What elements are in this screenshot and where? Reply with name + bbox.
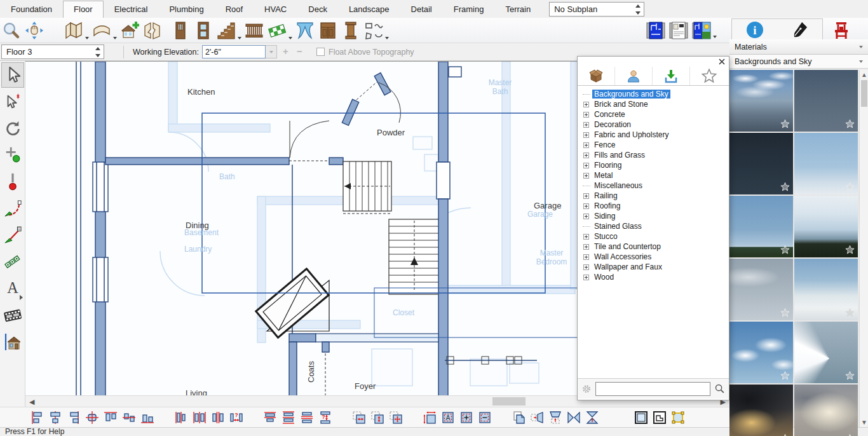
- edit-region-icon[interactable]: [652, 410, 667, 425]
- library-search-input[interactable]: [595, 382, 710, 396]
- make-same-width-icon[interactable]: [173, 410, 189, 425]
- tab-floor[interactable]: Floor: [63, 1, 104, 18]
- materials-panel-header[interactable]: Materials: [729, 39, 868, 55]
- tree-item[interactable]: Roofing: [581, 201, 729, 211]
- floor-selector[interactable]: Floor 3: [1, 44, 104, 59]
- library-people-tab-icon[interactable]: [615, 67, 653, 85]
- distribute-vertically-icon[interactable]: [281, 410, 296, 425]
- material-thumbnail[interactable]: [794, 322, 858, 383]
- tree-item-label[interactable]: Fence: [592, 140, 617, 149]
- draw-wall-angle-tool-icon[interactable]: [1, 222, 24, 248]
- pen-panel-icon[interactable]: [778, 19, 822, 41]
- tree-item-label[interactable]: Concrete: [592, 110, 627, 119]
- favorite-star-icon[interactable]: [844, 433, 855, 436]
- align-object-bottom-icon[interactable]: [140, 410, 155, 425]
- subplan-spinner[interactable]: [635, 4, 641, 15]
- tree-item-label[interactable]: Miscellaneous: [592, 181, 644, 190]
- expand-icon[interactable]: [583, 214, 589, 219]
- cabinet-icon[interactable]: [317, 20, 339, 41]
- favorite-star-icon[interactable]: [780, 245, 790, 255]
- float-above-topography-checkbox[interactable]: [316, 48, 325, 56]
- favorite-star-icon[interactable]: [844, 371, 855, 381]
- materials-scrollbar-thumb[interactable]: [861, 80, 867, 107]
- shapes-icon[interactable]: [363, 20, 384, 41]
- favorite-star-icon[interactable]: [844, 245, 855, 255]
- elevation-decrease-button[interactable]: −: [294, 46, 305, 57]
- tree-item[interactable]: Miscellaneous: [581, 181, 729, 191]
- enlarge-object-icon[interactable]: [459, 410, 474, 425]
- tab-framing[interactable]: Framing: [443, 1, 495, 18]
- build-house-icon[interactable]: [119, 20, 140, 41]
- library-title-bar[interactable]: [578, 57, 729, 67]
- tree-item-label[interactable]: Wall Accessories: [592, 252, 653, 261]
- tree-item-label[interactable]: Tile and Countertop: [592, 242, 663, 251]
- expand-icon[interactable]: [583, 193, 589, 199]
- window-icon[interactable]: [193, 20, 214, 41]
- materials-scrollbar[interactable]: ▲ ▼: [859, 70, 868, 427]
- tree-item-label[interactable]: Brick and Stone: [592, 100, 650, 109]
- expand-icon[interactable]: [583, 234, 589, 240]
- tree-item[interactable]: Siding: [581, 211, 729, 221]
- mirror-horizontally-icon[interactable]: [566, 410, 581, 425]
- tree-item[interactable]: Stained Glass: [581, 221, 729, 231]
- reflect-horizontally-icon[interactable]: [529, 410, 545, 425]
- expand-icon[interactable]: [583, 112, 589, 118]
- elevation-dropdown-button[interactable]: [266, 45, 277, 58]
- curved-wall-dropdown-icon[interactable]: [113, 37, 117, 39]
- expand-icon[interactable]: [583, 102, 589, 107]
- tree-item[interactable]: Fence: [581, 140, 729, 150]
- scrollbar-thumb[interactable]: [492, 397, 526, 405]
- library-box-tab-icon[interactable]: [578, 67, 615, 85]
- library-downloads-tab-icon[interactable]: [653, 67, 690, 85]
- tree-item[interactable]: Metal: [581, 170, 729, 181]
- search-icon[interactable]: [714, 383, 725, 394]
- pan-icon[interactable]: [24, 20, 45, 41]
- tree-item-label[interactable]: Decoration: [592, 120, 633, 129]
- text-tool-flyout-icon[interactable]: [20, 295, 23, 300]
- tree-item[interactable]: Tile and Countertop: [581, 242, 729, 252]
- favorite-star-icon[interactable]: [844, 182, 855, 193]
- expand-icon[interactable]: [583, 264, 589, 270]
- favorite-star-icon[interactable]: [844, 308, 855, 318]
- scene-view-icon[interactable]: [691, 20, 712, 41]
- subplan-selector[interactable]: No Subplan: [549, 2, 644, 17]
- column-icon[interactable]: [340, 20, 362, 41]
- layout-view-icon[interactable]: [668, 20, 689, 41]
- material-thumbnail[interactable]: [794, 70, 858, 132]
- tree-item-label[interactable]: Fabric and Upholstery: [592, 130, 670, 139]
- tree-item-label[interactable]: Backgrounds and Sky: [592, 90, 670, 99]
- distribute-space-horizontally-icon[interactable]: [210, 410, 226, 425]
- material-thumbnail[interactable]: [729, 196, 793, 257]
- material-thumbnail[interactable]: [729, 259, 793, 320]
- expand-icon[interactable]: [583, 203, 589, 209]
- tree-item[interactable]: Flooring: [581, 160, 729, 170]
- tree-item-label[interactable]: Siding: [592, 212, 617, 221]
- align-object-middle-icon[interactable]: [121, 410, 137, 425]
- door-icon[interactable]: [170, 20, 191, 41]
- tree-item[interactable]: Wall Accessories: [581, 252, 729, 262]
- tree-item[interactable]: Brick and Stone: [581, 99, 729, 109]
- material-thumbnail[interactable]: [729, 385, 793, 436]
- material-thumbnail[interactable]: [794, 385, 858, 436]
- align-object-center-vertical-icon[interactable]: [48, 410, 63, 425]
- expand-icon[interactable]: [583, 132, 589, 138]
- favorite-star-icon[interactable]: [844, 119, 855, 130]
- resize-text-icon[interactable]: A: [440, 410, 456, 425]
- tree-item[interactable]: Stucco: [581, 231, 729, 242]
- tree-item[interactable]: Wallpaper and Faux: [581, 262, 729, 272]
- expand-icon[interactable]: [583, 254, 589, 260]
- align-object-top-icon[interactable]: [103, 410, 118, 425]
- tree-item-label[interactable]: Stucco: [592, 232, 620, 241]
- material-thumbnail[interactable]: [794, 259, 858, 320]
- soffit-icon[interactable]: [294, 20, 316, 41]
- expand-icon[interactable]: [583, 244, 589, 250]
- text-tool-icon[interactable]: A: [1, 276, 24, 301]
- straight-wall-icon[interactable]: [63, 20, 85, 41]
- distribute-horizontally-icon[interactable]: [192, 410, 207, 425]
- materials-category-header[interactable]: Backgrounds and Sky: [729, 55, 868, 69]
- favorite-star-icon[interactable]: [780, 182, 790, 193]
- tree-item-label[interactable]: Metal: [592, 171, 614, 180]
- distribute-space-vertically-icon[interactable]: [299, 410, 315, 425]
- move-freely-icon[interactable]: [388, 410, 403, 425]
- copy-object-icon[interactable]: [511, 410, 526, 425]
